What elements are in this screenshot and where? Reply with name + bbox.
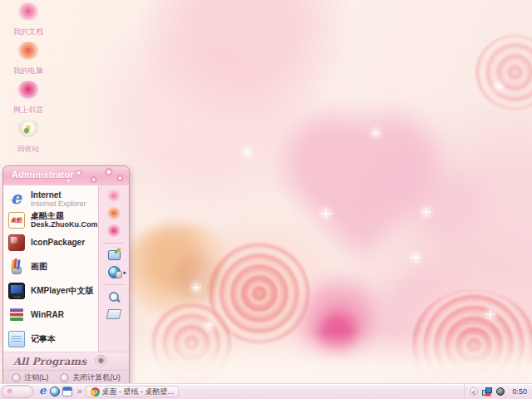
menu-item-title: IconPackager (31, 238, 85, 247)
globe-icon[interactable] (50, 387, 60, 397)
sparkle (495, 82, 502, 90)
menu-item-paint[interactable]: 画图 (7, 254, 96, 278)
winrar-icon (8, 307, 25, 323)
menu-item-control-panel[interactable] (99, 249, 129, 260)
my-computer-rose-icon (107, 207, 121, 219)
start-menu-header: Administrator (3, 166, 129, 185)
control-panel-icon (108, 250, 121, 260)
desktop-icon-label: 我的电脑 (13, 66, 43, 75)
sparkle (191, 283, 201, 293)
chrome-icon (91, 387, 100, 397)
quick-launch: » (37, 387, 86, 397)
recycle-bin-flower-icon (17, 120, 39, 138)
menu-item-title: KMPlayer中文版 (31, 286, 94, 295)
start-menu-left-column: Internet Internet Explorer 桌酷主题 Desk.Zhu… (3, 185, 98, 352)
sparkle (422, 208, 431, 216)
sparkle (485, 308, 496, 320)
shut-down-icon (60, 373, 69, 382)
start-menu: Administrator Internet Internet Explorer… (2, 165, 130, 384)
heart-shape-echo (391, 175, 490, 266)
desktop: 我的文档 我的电脑 网上邻居 回收站 Administrator Interne… (0, 0, 532, 399)
notepad-icon (8, 331, 25, 347)
menu-item-winrar[interactable]: WinRAR (7, 303, 96, 327)
all-programs-row: All Programs (3, 352, 129, 370)
menu-item-iconpackager[interactable]: IconPackager (7, 230, 96, 254)
menu-item-title: 桌酷主题 (31, 211, 95, 220)
menu-item-my-documents[interactable] (99, 190, 129, 202)
menu-item-internet[interactable]: Internet Internet Explorer (7, 189, 96, 209)
desktop-icon-label: 回收站 (17, 145, 40, 153)
desktop-icon-my-computer[interactable]: 我的电脑 (2, 42, 55, 80)
log-off-button[interactable]: 注销(L) (12, 372, 48, 383)
taskbar: » 桌面 - 壁纸 - 桌酷壁... 0:50 (0, 383, 532, 399)
start-button[interactable] (2, 385, 33, 398)
my-documents-rose-icon (17, 2, 39, 21)
menu-item-network-places[interactable] (99, 224, 129, 237)
network-connections-icon (108, 266, 121, 278)
desktop-icon-recycle-bin[interactable]: 回收站 (2, 120, 55, 158)
desktop-icon-label: 我的文档 (13, 27, 43, 36)
kmplayer-icon (8, 283, 25, 299)
start-menu-footer: 注销(L) 关闭计算机(U) (3, 370, 129, 384)
menu-item-search[interactable] (99, 291, 129, 303)
zhuoku-theme-icon (8, 212, 25, 229)
all-programs-button[interactable] (95, 355, 107, 367)
hide-tray-icons-button[interactable] (470, 387, 478, 396)
menu-item-notepad[interactable]: 记事本 (7, 327, 96, 351)
window-icon[interactable] (62, 387, 72, 397)
network-status-icon[interactable] (482, 387, 492, 396)
sparkle (410, 252, 421, 264)
search-icon (108, 291, 120, 303)
iconpackager-icon (8, 234, 25, 251)
sparkle (372, 130, 379, 136)
run-icon (106, 309, 122, 319)
start-menu-body: Internet Internet Explorer 桌酷主题 Desk.Zhu… (3, 185, 129, 352)
shut-down-button[interactable]: 关闭计算机(U) (60, 372, 121, 383)
menu-item-network-connections[interactable]: ▸ (99, 265, 129, 278)
menu-item-my-computer[interactable] (99, 207, 129, 219)
menu-separator (103, 284, 125, 285)
network-places-rose-icon (107, 224, 121, 237)
user-name: Administrator (12, 170, 74, 180)
menu-separator (103, 243, 125, 244)
menu-item-kmplayer[interactable]: KMPlayer中文版 (7, 278, 96, 303)
desktop-icon-network-places[interactable]: 网上邻居 (2, 81, 55, 119)
log-off-label: 注销(L) (24, 372, 48, 383)
shut-down-label: 关闭计算机(U) (72, 372, 121, 383)
menu-item-zhuoku-theme[interactable]: 桌酷主题 Desk.ZhuoKu.Com (7, 209, 96, 230)
task-button-title: 桌面 - 壁纸 - 桌酷壁... (102, 387, 175, 397)
menu-item-subtitle: Desk.ZhuoKu.Com (31, 220, 95, 229)
internet-explorer-icon (8, 191, 25, 208)
start-menu-right-column: ▸ (98, 185, 129, 352)
sparkle (243, 148, 251, 156)
system-tray: 0:50 (464, 384, 532, 399)
desktop-icon-my-documents[interactable]: 我的文档 (2, 2, 55, 41)
submenu-arrow-icon: ▸ (123, 269, 126, 276)
all-programs-label: All Programs (13, 356, 86, 367)
tray-clock[interactable]: 0:50 (509, 387, 527, 396)
log-off-icon (12, 373, 21, 382)
quick-launch-chevron[interactable]: » (77, 387, 82, 396)
paint-icon (8, 259, 25, 275)
task-button-browser[interactable]: 桌面 - 壁纸 - 桌酷壁... (86, 386, 180, 397)
sparkle (205, 321, 213, 328)
desktop-icon-label: 网上邻居 (13, 106, 43, 114)
my-computer-rose-icon (17, 42, 39, 60)
menu-item-title: Internet (31, 190, 86, 200)
menu-item-run[interactable] (99, 308, 129, 319)
network-places-rose-icon (17, 81, 39, 99)
sparkle (319, 207, 332, 220)
menu-item-title: 记事本 (31, 334, 56, 343)
volume-icon[interactable] (496, 387, 505, 396)
menu-item-subtitle: Internet Explorer (31, 200, 86, 208)
menu-item-title: WinRAR (31, 310, 64, 319)
desktop-icon-list: 我的文档 我的电脑 网上邻居 回收站 (2, 2, 55, 159)
my-documents-rose-icon (107, 190, 121, 202)
menu-item-title: 画图 (31, 262, 47, 271)
internet-explorer-icon[interactable] (37, 387, 47, 397)
